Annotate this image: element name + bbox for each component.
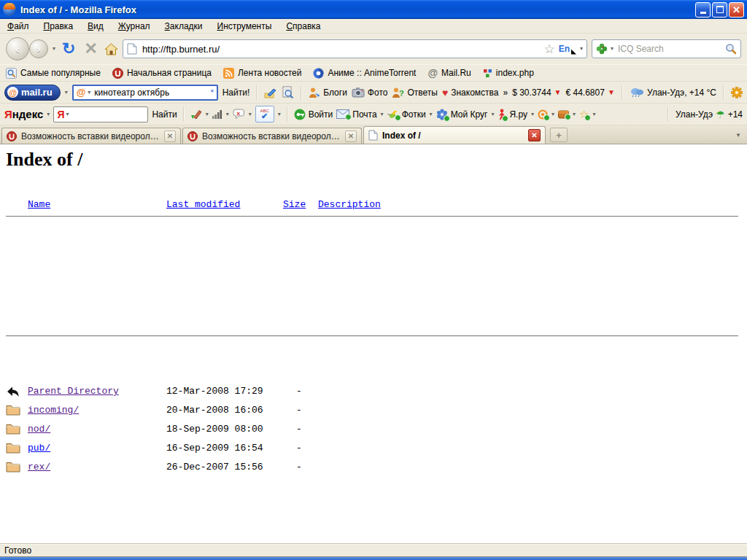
yandex-money-button[interactable] — [538, 109, 548, 120]
menu-bookmarks[interactable]: Закладки — [158, 20, 210, 33]
search-engine-dropdown-icon[interactable]: ▾ — [611, 46, 614, 52]
column-size[interactable]: Size — [283, 198, 306, 211]
size-value: - — [283, 420, 315, 439]
yandex-traffic-button[interactable] — [212, 109, 222, 119]
parent-dir-icon — [6, 384, 20, 399]
svg-text:?: ? — [399, 89, 404, 98]
mailru-blogs-link[interactable]: Блоги — [309, 87, 347, 98]
dropdown-icon[interactable]: ▾ — [278, 112, 281, 117]
yandex-favorites-button[interactable]: ☆ — [579, 109, 589, 120]
splitter-handle[interactable] — [183, 107, 185, 122]
tab-close-icon[interactable]: ✕ — [528, 129, 541, 141]
mailru-overflow-chevron[interactable]: » — [503, 88, 508, 98]
mailru-logo-button[interactable]: @ mail.ru — [4, 85, 61, 101]
yandex-fotki-link[interactable]: Фотки — [387, 109, 426, 120]
dir-link[interactable]: nod/ — [28, 420, 50, 439]
mailru-search-input[interactable] — [93, 87, 209, 98]
column-last-modified[interactable]: Last modified — [166, 198, 240, 211]
yandex-comments-button[interactable]: x — [233, 109, 245, 120]
mailru-search-scope-icon[interactable]: ▾ — [88, 90, 90, 96]
yandex-mail-link[interactable]: Почта — [336, 109, 376, 120]
restore-button[interactable] — [712, 2, 727, 18]
bookmark-news-feed[interactable]: Лента новостей — [223, 68, 302, 79]
mailru-preview-button[interactable] — [282, 86, 294, 98]
menu-edit[interactable]: Правка — [36, 20, 81, 33]
menu-history[interactable]: Журнал — [111, 20, 158, 33]
dropdown-icon[interactable]: ▾ — [592, 112, 595, 117]
dropdown-icon[interactable]: ▾ — [226, 112, 229, 117]
yandex-edit-button[interactable] — [190, 109, 202, 120]
mailru-logo-dropdown-icon[interactable]: ▾ — [65, 90, 68, 96]
dir-link[interactable]: rex/ — [28, 458, 50, 477]
modified-date: 20-Mar-2008 16:06 — [166, 401, 263, 420]
new-tab-button[interactable]: + — [550, 128, 568, 142]
tab-background-2[interactable]: Возможность вставки видеороликов ... ✕ — [182, 128, 362, 144]
forward-button[interactable]: › — [29, 39, 48, 58]
tab-list-dropdown-icon[interactable]: ▾ — [732, 128, 745, 141]
yandex-login-link[interactable]: Войти — [294, 109, 333, 120]
dropdown-icon[interactable]: ▾ — [491, 112, 494, 117]
mailru-search-box: @ ▾ ˟ — [72, 85, 218, 101]
url-dropdown-icon[interactable]: ▾ — [580, 46, 583, 52]
eur-rate[interactable]: € 44.6807 ▼ — [565, 88, 614, 98]
tab-close-icon[interactable]: ✕ — [164, 131, 176, 142]
dropdown-icon[interactable]: ▾ — [381, 112, 384, 117]
reload-button[interactable]: ↻ — [60, 41, 77, 57]
dir-link[interactable]: pub/ — [28, 439, 50, 458]
history-dropdown-icon[interactable]: ▾ — [53, 46, 55, 52]
bookmark-star-icon[interactable]: ☆ — [543, 43, 554, 55]
usd-rate[interactable]: $ 30.3744 ▼ — [512, 88, 561, 98]
tab-active[interactable]: Index of / ✕ — [363, 126, 546, 144]
mailru-find-button[interactable]: Найти! — [222, 88, 250, 98]
rss-icon — [223, 68, 234, 79]
dropdown-icon[interactable]: ▾ — [249, 112, 252, 117]
menu-file[interactable]: Файл — [0, 20, 36, 33]
link-label: Мой Круг — [451, 109, 488, 120]
column-description[interactable]: Description — [318, 198, 381, 211]
yandex-input-dropdown-icon[interactable]: ▾ — [66, 112, 69, 117]
column-name[interactable]: Name — [28, 198, 50, 211]
stop-button[interactable]: ✕ — [82, 41, 99, 57]
modified-date: 18-Sep-2009 08:00 — [166, 420, 263, 439]
mailru-compose-button[interactable] — [264, 87, 277, 98]
bookmark-index-php[interactable]: index.php — [483, 68, 534, 78]
bookmark-most-visited[interactable]: Самые популярные — [6, 68, 101, 79]
yandex-weather-link[interactable]: Улан-Удэ ☂ +14 — [676, 109, 743, 120]
yandex-wallet-button[interactable] — [558, 109, 569, 119]
mailru-search-dropdown-icon[interactable]: ˟ — [211, 88, 214, 97]
back-button[interactable]: ‹ — [6, 37, 29, 61]
dir-link[interactable]: Parent Directory — [28, 382, 119, 401]
search-input[interactable] — [616, 43, 722, 55]
mailru-dating-link[interactable]: ♥ Знакомства — [442, 88, 499, 98]
yandex-spellcheck-button[interactable]: ABC ✔ — [255, 106, 274, 122]
menu-view[interactable]: Вид — [80, 20, 111, 33]
mailru-photo-link[interactable]: Фото — [352, 87, 388, 98]
close-button[interactable]: ✕ — [729, 2, 744, 18]
home-button[interactable] — [104, 43, 118, 55]
menu-help[interactable]: Справка — [279, 20, 328, 33]
mailru-weather-link[interactable]: Улан-Удэ, +14 °C — [630, 87, 716, 98]
tab-close-icon[interactable]: ✕ — [345, 131, 357, 142]
yandex-yaru-link[interactable]: Я.ру — [498, 109, 527, 120]
bookmark-home-page[interactable]: Начальная страница — [112, 68, 212, 79]
dropdown-icon[interactable]: ▾ — [430, 112, 433, 117]
mailru-settings-button[interactable] — [731, 87, 743, 98]
dropdown-icon[interactable]: ▾ — [531, 112, 534, 117]
url-input[interactable] — [141, 43, 541, 55]
dropdown-icon[interactable]: ▾ — [206, 112, 209, 117]
bookmark-mailru[interactable]: @ Mail.Ru — [427, 67, 471, 79]
search-go-icon[interactable] — [725, 43, 737, 55]
yandex-moikrug-link[interactable]: Мой Круг — [436, 109, 488, 120]
tab-background-1[interactable]: Возможность вставки видеороликов ... ✕ — [1, 128, 181, 144]
mailru-answers-link[interactable]: ? Ответы — [392, 87, 437, 98]
yandex-search-input[interactable] — [70, 108, 144, 120]
dir-link[interactable]: incoming/ — [28, 401, 79, 420]
yandex-find-button[interactable]: Найти — [152, 109, 177, 120]
yandex-logo-dropdown-icon[interactable]: ▾ — [47, 112, 50, 117]
minimize-button[interactable] — [695, 2, 711, 18]
dropdown-icon[interactable]: ▾ — [551, 112, 554, 117]
menu-tools[interactable]: Инструменты — [210, 20, 279, 33]
bookmark-anime-torrent[interactable]: Аниме :: AnimeTorrent — [313, 68, 416, 79]
dropdown-icon[interactable]: ▾ — [573, 112, 576, 117]
yandex-logo-button[interactable]: Яндекс — [4, 108, 43, 120]
